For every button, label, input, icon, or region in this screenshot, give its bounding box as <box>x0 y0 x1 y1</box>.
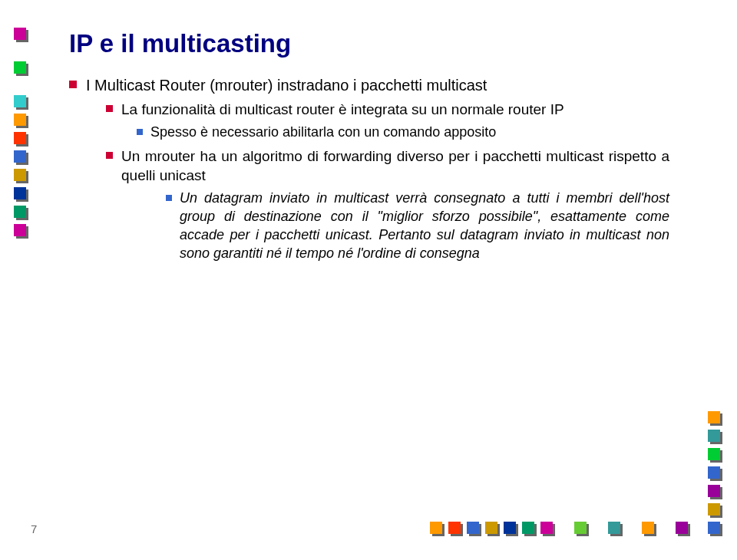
content-body: I Multicast Router (mrouter) instradano … <box>69 75 669 262</box>
page-title: IP e il multicasting <box>69 29 669 58</box>
bullet-square-icon <box>137 129 143 135</box>
deco-square-icon <box>14 28 26 40</box>
deco-square-icon <box>642 522 654 534</box>
bullet-square-icon <box>106 152 113 159</box>
bullet-level4: Un datagram inviato in multicast verrà c… <box>166 189 669 262</box>
deco-square-icon <box>608 522 620 534</box>
deco-square-icon <box>708 485 720 497</box>
deco-square-icon <box>14 114 26 126</box>
deco-square-icon <box>14 150 26 163</box>
deco-square-icon <box>708 448 720 460</box>
deco-square-icon <box>14 61 26 74</box>
bullet-level2: Un mrouter ha un algoritmo di forwarding… <box>106 147 669 185</box>
bullet-level1: I Multicast Router (mrouter) instradano … <box>69 75 669 95</box>
deco-square-icon <box>708 411 720 423</box>
bullet-text: Spesso è necessario abilitarla con un co… <box>150 124 669 142</box>
deco-square-icon <box>14 95 26 107</box>
deco-square-icon <box>14 187 26 199</box>
deco-square-icon <box>522 522 534 534</box>
deco-square-icon <box>676 522 688 534</box>
slide: IP e il multicasting I Multicast Router … <box>0 0 737 560</box>
bullet-text: La funzionalità di multicast router è in… <box>121 100 669 119</box>
deco-square-icon <box>430 522 442 534</box>
bullet-square-icon <box>166 195 172 201</box>
deco-square-icon <box>485 522 497 534</box>
bullet-level3: Spesso è necessario abilitarla con un co… <box>137 124 669 142</box>
deco-square-icon <box>504 522 516 534</box>
deco-square-icon <box>14 169 26 181</box>
deco-square-icon <box>467 522 479 534</box>
bullet-text: I Multicast Router (mrouter) instradano … <box>86 75 669 95</box>
bullet-square-icon <box>69 81 77 88</box>
deco-square-icon <box>708 522 720 534</box>
deco-square-icon <box>708 430 720 442</box>
deco-square-icon <box>14 224 26 236</box>
bullet-square-icon <box>106 105 113 112</box>
deco-square-icon <box>14 132 26 144</box>
deco-square-icon <box>540 522 553 534</box>
deco-square-icon <box>574 522 587 534</box>
deco-square-icon <box>708 466 720 479</box>
bullet-text: Un mrouter ha un algoritmo di forwarding… <box>121 147 669 185</box>
page-number: 7 <box>31 522 37 535</box>
deco-square-icon <box>14 206 26 218</box>
deco-square-icon <box>448 522 461 534</box>
bullet-text: Un datagram inviato in multicast verrà c… <box>180 189 669 262</box>
deco-square-icon <box>708 503 720 516</box>
bullet-level2: La funzionalità di multicast router è in… <box>106 100 669 119</box>
